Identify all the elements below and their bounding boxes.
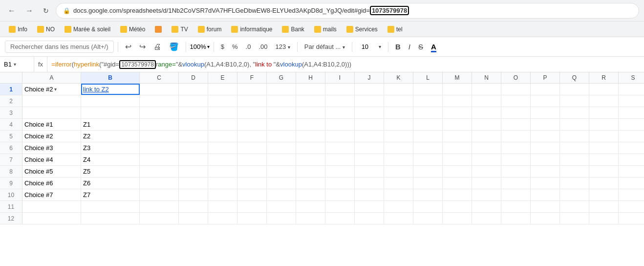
cell-C1[interactable] [140, 84, 179, 95]
cell-I9[interactable] [325, 177, 355, 189]
col-header-j[interactable]: J [355, 72, 384, 83]
cell-K3[interactable] [384, 107, 413, 118]
cell-O1[interactable] [501, 84, 531, 95]
cell-N1[interactable] [472, 84, 501, 95]
cell-R8[interactable] [589, 166, 619, 177]
cell-A12[interactable] [22, 213, 81, 224]
cell-S1[interactable] [619, 84, 644, 95]
cell-S7[interactable] [619, 154, 644, 165]
cell-P4[interactable] [531, 119, 560, 130]
cell-K8[interactable] [384, 166, 413, 177]
col-header-p[interactable]: P [531, 72, 560, 83]
bookmark-item[interactable]: tel [384, 24, 407, 34]
cell-E3[interactable] [208, 107, 237, 118]
cell-D5[interactable] [179, 131, 208, 142]
cell-B9[interactable]: Z6 [81, 177, 140, 189]
cell-H4[interactable] [296, 119, 325, 130]
cell-S11[interactable] [619, 201, 644, 212]
cell-C12[interactable] [140, 213, 179, 224]
cell-G11[interactable] [267, 201, 296, 212]
bookmark-item[interactable]: Info [5, 24, 31, 34]
cell-I5[interactable] [325, 131, 355, 142]
cell-J6[interactable] [355, 142, 384, 154]
col-header-d[interactable]: D [179, 72, 208, 83]
cell-J7[interactable] [355, 154, 384, 165]
cell-N12[interactable] [472, 213, 501, 224]
dropdown-arrow-icon[interactable]: ▾ [54, 87, 57, 92]
cell-J3[interactable] [355, 107, 384, 118]
cell-E10[interactable] [208, 189, 237, 200]
cell-K10[interactable] [384, 189, 413, 200]
cell-M8[interactable] [443, 166, 472, 177]
cell-O3[interactable] [501, 107, 531, 118]
cell-A3[interactable] [22, 107, 81, 118]
cell-H11[interactable] [296, 201, 325, 212]
bookmark-item[interactable]: mails [310, 24, 341, 34]
currency-button[interactable]: $ [218, 42, 227, 52]
cell-L9[interactable] [413, 177, 443, 189]
cell-Q3[interactable] [560, 107, 589, 118]
col-header-g[interactable]: G [267, 72, 296, 83]
cell-G9[interactable] [267, 177, 296, 189]
cell-S10[interactable] [619, 189, 644, 200]
cell-Q7[interactable] [560, 154, 589, 165]
cell-S9[interactable] [619, 177, 644, 189]
cell-M12[interactable] [443, 213, 472, 224]
cell-B7[interactable]: Z4 [81, 154, 140, 165]
cell-D11[interactable] [179, 201, 208, 212]
cell-C7[interactable] [140, 154, 179, 165]
cell-P5[interactable] [531, 131, 560, 142]
col-header-b[interactable]: B [81, 72, 140, 83]
cell-J5[interactable] [355, 131, 384, 142]
cell-C11[interactable] [140, 201, 179, 212]
cell-I12[interactable] [325, 213, 355, 224]
cell-B1[interactable]: link to Z2 [81, 84, 140, 95]
cell-E5[interactable] [208, 131, 237, 142]
cell-P9[interactable] [531, 177, 560, 189]
cell-ref-dropdown-icon[interactable]: ▾ [14, 62, 16, 67]
cell-D10[interactable] [179, 189, 208, 200]
cell-L10[interactable] [413, 189, 443, 200]
cell-L7[interactable] [413, 154, 443, 165]
bookmark-item[interactable]: Météo [116, 24, 149, 34]
cell-I3[interactable] [325, 107, 355, 118]
print-button[interactable]: 🖨 [150, 41, 164, 53]
cell-H2[interactable] [296, 95, 325, 107]
cell-N8[interactable] [472, 166, 501, 177]
bold-button[interactable]: B [392, 41, 404, 52]
cell-R11[interactable] [589, 201, 619, 212]
col-header-c[interactable]: C [140, 72, 179, 83]
cell-H7[interactable] [296, 154, 325, 165]
reload-button[interactable]: ↻ [40, 5, 52, 17]
cell-C9[interactable] [140, 177, 179, 189]
cell-L3[interactable] [413, 107, 443, 118]
bookmark-item[interactable]: Bank [278, 24, 308, 34]
cell-O5[interactable] [501, 131, 531, 142]
cell-C10[interactable] [140, 189, 179, 200]
cell-A8[interactable]: Choice #5 [22, 166, 81, 177]
cell-O4[interactable] [501, 119, 531, 130]
bookmark-item[interactable]: forum [194, 24, 226, 34]
cell-L2[interactable] [413, 95, 443, 107]
cell-S5[interactable] [619, 131, 644, 142]
cell-S12[interactable] [619, 213, 644, 224]
cell-I8[interactable] [325, 166, 355, 177]
cell-S8[interactable] [619, 166, 644, 177]
cell-B3[interactable] [81, 107, 140, 118]
font-color-button[interactable]: A [428, 41, 439, 52]
cell-M4[interactable] [443, 119, 472, 130]
bookmark-item[interactable]: NO [33, 24, 59, 34]
cell-M6[interactable] [443, 142, 472, 154]
cell-B2[interactable] [81, 95, 140, 107]
cell-F7[interactable] [237, 154, 267, 165]
col-header-r[interactable]: R [589, 72, 619, 83]
cell-H10[interactable] [296, 189, 325, 200]
cell-R5[interactable] [589, 131, 619, 142]
col-header-k[interactable]: K [384, 72, 413, 83]
cell-Q9[interactable] [560, 177, 589, 189]
cell-Q5[interactable] [560, 131, 589, 142]
cell-I7[interactable] [325, 154, 355, 165]
cell-N3[interactable] [472, 107, 501, 118]
cell-I10[interactable] [325, 189, 355, 200]
cell-R3[interactable] [589, 107, 619, 118]
